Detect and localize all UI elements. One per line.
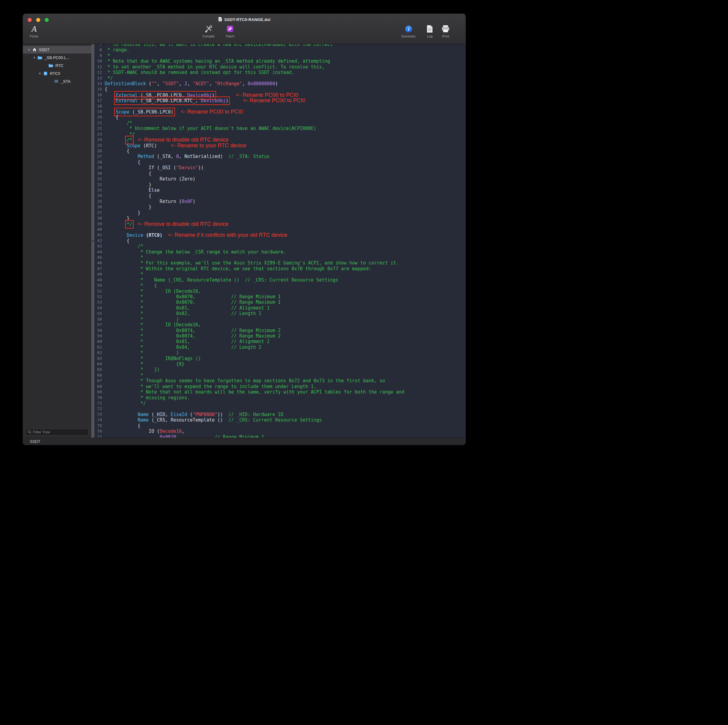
code-line-30: 30 { xyxy=(94,171,466,176)
line-number: 74 xyxy=(94,417,105,423)
annotation-box: Scope (_SB.PC00.LPC0) xyxy=(116,109,173,115)
code-line-27: 27 Method (_STA, 0, NotSerialized) // _S… xyxy=(94,154,466,159)
code-line-71: 71 */ xyxy=(94,401,466,406)
annotation-text: <- Rename PC00 to PCI0 xyxy=(236,92,298,98)
code-line-62: 62 * ) xyxy=(94,350,466,355)
code-line-68: 68 * we'll want to expand the range to i… xyxy=(94,384,466,389)
line-number: 23 xyxy=(94,132,105,137)
fonts-icon: A xyxy=(32,24,37,34)
toolbar-compile-button[interactable]: Compile xyxy=(197,24,219,43)
code-line-29: 29 If (_OSI ("Darwin")) xyxy=(94,165,466,170)
tree-item-rtc0[interactable]: ▾RTC0 xyxy=(23,69,91,77)
line-number: 51 xyxy=(94,289,105,294)
line-number: 76 xyxy=(94,428,105,434)
code-line-52: 52 * 0x0070, // Range Minimum 1 xyxy=(94,294,466,300)
toolbar-fonts-button[interactable]: AFonts xyxy=(24,24,44,43)
annotation-text: <- Remove to disable old RTC device xyxy=(138,137,228,143)
status-bar: SSDT xyxy=(23,438,466,445)
line-number: 28 xyxy=(94,159,105,165)
line-number: 39 xyxy=(94,221,105,227)
line-number: 49 xyxy=(94,277,105,283)
annotation-box: */ xyxy=(127,222,132,227)
line-number: 52 xyxy=(94,294,105,300)
code-line-22: 22 * Uncomment below if your ACPI doesn'… xyxy=(94,126,466,131)
tree-item-label: _SB.PC00.L... xyxy=(44,55,69,60)
window-chrome: SSDT-RTC0-RANGE.dsl AFontsCompilePatchiS… xyxy=(23,14,466,44)
filter-field[interactable] xyxy=(26,429,89,436)
tree-item-ssdt[interactable]: ▾SSDT xyxy=(23,46,91,54)
method-icon xyxy=(53,79,60,83)
code-line-15: 15{ xyxy=(94,86,466,92)
line-number: 19 xyxy=(94,109,105,115)
line-number: 33 xyxy=(94,188,105,193)
code-line-28: 28 { xyxy=(94,159,466,165)
tree-item-sb-pc00-lpc0[interactable]: ▾_SB.PC00.L... xyxy=(23,54,91,61)
toolbar-patch-button[interactable]: Patch xyxy=(221,24,240,43)
code-line-19: 19 Scope (_SB.PC00.LPC0)<- Rename PC00 t… xyxy=(94,109,466,115)
disclosure-triangle-icon[interactable]: ▾ xyxy=(26,48,31,52)
line-number: 45 xyxy=(94,255,105,260)
code-line-26: 26 { xyxy=(94,148,466,154)
tree-item-label: RTC xyxy=(55,63,63,68)
annotation-text: <- Rename PC00 to PCI0 xyxy=(181,109,243,115)
line-number: 24 xyxy=(94,137,105,142)
code-line-57: 57 * IO (Decode16, xyxy=(94,322,466,327)
line-number: 9 xyxy=(94,53,105,58)
toolbar-log-button[interactable]: Log xyxy=(423,24,437,43)
line-number: 17 xyxy=(94,98,105,103)
code-line-32: 32 } xyxy=(94,182,466,188)
line-number: 67 xyxy=(94,378,105,384)
code-line-11: 11 * to set another _STA method in your … xyxy=(94,64,466,70)
line-number: 30 xyxy=(94,171,105,176)
line-number: 75 xyxy=(94,423,105,428)
code-line-46: 46 * For this example, we'll use the Asu… xyxy=(94,260,466,266)
line-number: 54 xyxy=(94,305,105,311)
line-number: 25 xyxy=(94,143,105,148)
toolbar-print-button[interactable]: Print xyxy=(437,24,454,43)
tree-item-rtc[interactable]: RTC xyxy=(23,61,91,69)
code-line-40: 40 xyxy=(94,227,466,232)
code-line-41: 41 Device (RTC0)<- Rename if it conflict… xyxy=(94,232,466,238)
line-number: 60 xyxy=(94,339,105,344)
filter-input[interactable] xyxy=(33,430,86,434)
code-line-16: 16 External (_SB_.PC00.LPC0, DeviceObj)<… xyxy=(94,92,466,98)
code-line-14: 14DefinitionBlock ("", "SSDT", 2, "ACDT"… xyxy=(94,81,466,86)
annotation-box: /* xyxy=(127,137,132,143)
disclosure-triangle-icon[interactable]: ▾ xyxy=(32,56,37,60)
split-divider[interactable] xyxy=(91,44,94,438)
line-number: 41 xyxy=(94,232,105,238)
line-number: 70 xyxy=(94,395,105,401)
code-line-7: 7 * To resolve this, we'll want to creat… xyxy=(94,44,466,47)
disclosure-triangle-icon[interactable]: ▾ xyxy=(37,72,42,75)
code-line-24: 24 /*<- Remove to disable old RTC device xyxy=(94,137,466,142)
toolbar-label: Patch xyxy=(226,34,234,38)
toolbar-label: Fonts xyxy=(30,34,38,38)
code-line-64: 64 * {8} xyxy=(94,361,466,367)
line-number: 31 xyxy=(94,176,105,182)
line-number: 16 xyxy=(94,92,105,98)
line-number: 18 xyxy=(94,104,105,109)
divider-handle xyxy=(92,240,94,242)
code-line-56: 56 * ) xyxy=(94,317,466,322)
code-line-77: 77 0x0070, // Range Minimum 1 xyxy=(94,434,466,438)
document-icon xyxy=(218,17,222,23)
tree-item-sta[interactable]: _STA xyxy=(23,77,91,85)
toolbar-summary-button[interactable]: iSummary xyxy=(398,24,419,43)
code-line-65: 65 * }) xyxy=(94,367,466,372)
line-number: 55 xyxy=(94,311,105,316)
line-number: 12 xyxy=(94,70,105,75)
compile-icon xyxy=(204,24,213,34)
line-number: 21 xyxy=(94,120,105,126)
code-editor[interactable]: 7 * To resolve this, we'll want to creat… xyxy=(94,44,466,438)
sidebar: ▾SSDT▾_SB.PC00.L...RTC▾RTC0_STA xyxy=(23,44,91,438)
code-line-61: 61 * 0x04, // Length 2 xyxy=(94,344,466,350)
code-line-67: 67 * Though Asus seems to have forgotten… xyxy=(94,378,466,384)
device-icon xyxy=(42,71,48,76)
line-number: 35 xyxy=(94,199,105,204)
code-line-50: 50 * { xyxy=(94,283,466,288)
annotation-text: <- Remove to disable old RTC device xyxy=(138,221,228,227)
code-line-12: 12 * SSDT-AWAC should be removed and ins… xyxy=(94,70,466,75)
line-number: 73 xyxy=(94,412,105,417)
toolbar-label: Print xyxy=(442,34,449,38)
line-number: 57 xyxy=(94,322,105,327)
